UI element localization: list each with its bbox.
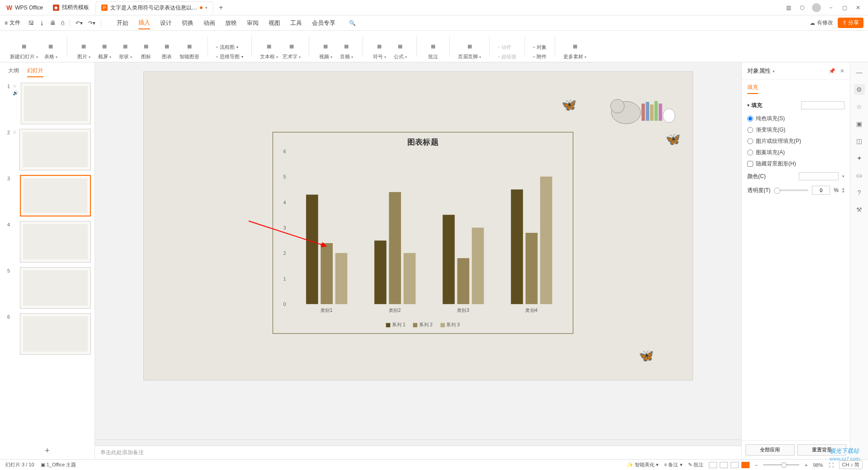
- layers-icon[interactable]: ▣: [854, 118, 865, 129]
- share-button[interactable]: ⇪ 分享: [838, 18, 863, 28]
- theme-indicator[interactable]: ▣ 1_Office 主题: [41, 461, 76, 468]
- ribbon-公式[interactable]: ▦公式 ▾: [392, 42, 408, 60]
- ribbon-更多素材[interactable]: ▦更多素材 ▾: [563, 42, 586, 60]
- media-icon[interactable]: ▭: [854, 170, 865, 181]
- slide-thumb-1[interactable]: [21, 83, 91, 124]
- tools-icon[interactable]: ⚒: [854, 204, 865, 215]
- ribbon-图标[interactable]: ▦图标: [138, 42, 154, 60]
- tab-document[interactable]: P 文字是人类用符号记录表达信息以… ▾: [95, 1, 213, 14]
- ribbon-音频[interactable]: ▦音频 ▾: [338, 42, 354, 60]
- view-sorter[interactable]: [720, 462, 728, 468]
- beautify-button[interactable]: ✨ 智能美化 ▾: [627, 461, 659, 468]
- slide-canvas[interactable]: 🦋 🦋 🦋 图表标题: [143, 71, 693, 381]
- fill-option-3[interactable]: 图案填充(A): [747, 147, 844, 158]
- menu-工具[interactable]: 工具: [290, 17, 302, 29]
- save-icon[interactable]: 🖫: [28, 20, 34, 26]
- minimize-button[interactable]: −: [827, 4, 835, 11]
- preview-icon[interactable]: ⎙: [61, 20, 64, 26]
- fill-preset-dropdown[interactable]: [801, 101, 844, 109]
- fit-icon[interactable]: ⛶: [829, 462, 834, 468]
- fill-option-0[interactable]: 纯色填充(S): [747, 113, 844, 124]
- template-icon[interactable]: ◫: [854, 136, 865, 146]
- modify-status[interactable]: ☁ 有修改: [810, 19, 833, 27]
- menu-插入[interactable]: 插入: [138, 17, 150, 29]
- ribbon-表格[interactable]: ▦表格 ▾: [42, 42, 59, 60]
- add-slide-button[interactable]: +: [0, 442, 94, 459]
- slide-thumb-4[interactable]: [20, 221, 91, 263]
- search-icon[interactable]: 🔍: [349, 20, 356, 26]
- menu-设计[interactable]: 设计: [160, 17, 172, 29]
- ribbon-图片[interactable]: ▦图片 ▾: [75, 42, 92, 60]
- menu-审阅[interactable]: 审阅: [247, 17, 259, 29]
- notes-area[interactable]: 单击此处添加备注: [95, 446, 741, 459]
- close-icon[interactable]: ✕: [840, 68, 844, 74]
- redo-icon[interactable]: ↷▾: [88, 20, 95, 26]
- cube-icon[interactable]: ⬡: [798, 4, 806, 11]
- ribbon-图表[interactable]: ▦图表: [159, 42, 175, 60]
- file-menu[interactable]: ≡ 文件: [5, 19, 20, 27]
- transparency-slider[interactable]: [774, 189, 808, 191]
- collapse-icon[interactable]: —: [854, 67, 865, 78]
- ribbon-对象[interactable]: ▫对象: [533, 44, 547, 51]
- pin-icon[interactable]: 📌: [829, 68, 835, 74]
- menu-切换[interactable]: 切换: [182, 17, 193, 29]
- canvas-scroll[interactable]: 🦋 🦋 🦋 图表标题: [95, 62, 741, 439]
- tab-templates[interactable]: ◆ 找稻壳模板: [47, 1, 94, 14]
- fill-option-4[interactable]: 隐藏背景图形(H): [747, 158, 844, 169]
- zoom-out[interactable]: −: [755, 462, 758, 468]
- effects-icon[interactable]: ✦: [854, 153, 865, 164]
- star-icon[interactable]: ☆: [854, 101, 865, 112]
- tab-outline[interactable]: 大纲: [8, 67, 19, 77]
- notes-toggle[interactable]: ≡ 备注 ▾: [664, 461, 683, 468]
- chevron-down-icon[interactable]: ▾: [205, 5, 208, 10]
- help-icon[interactable]: ?: [854, 187, 865, 198]
- menu-开始[interactable]: 开始: [117, 17, 128, 29]
- apply-all-button[interactable]: 全部应用: [745, 444, 795, 456]
- transparency-input[interactable]: [812, 186, 830, 195]
- undo-icon[interactable]: ↶▾: [75, 20, 83, 26]
- section-title[interactable]: ▾ 填充: [747, 101, 844, 109]
- ribbon-新建幻灯片[interactable]: ▦新建幻灯片 ▾: [10, 42, 38, 60]
- ribbon-流程图[interactable]: ▫流程图▾: [216, 44, 243, 51]
- chart-object[interactable]: 图表标题 0123456类别1类别2类别3类别4 系列 1系列 2系列 3: [273, 132, 573, 334]
- tab-fill[interactable]: 填充: [747, 84, 758, 94]
- ribbon-页眉页脚[interactable]: ▦页眉页脚 ▾: [458, 42, 481, 60]
- menu-动画[interactable]: 动画: [203, 17, 215, 29]
- ribbon-智能图形[interactable]: ▦智能图形: [179, 42, 199, 60]
- menu-视图[interactable]: 视图: [269, 17, 280, 29]
- ribbon-形状[interactable]: ▦形状 ▾: [117, 42, 133, 60]
- spinner-down[interactable]: ▾: [842, 190, 844, 193]
- print-icon[interactable]: 🖶: [50, 20, 56, 26]
- color-picker[interactable]: [799, 172, 839, 180]
- slide-thumb-3[interactable]: [20, 175, 91, 216]
- add-tab-button[interactable]: +: [214, 4, 227, 12]
- slide-thumb-6[interactable]: [20, 313, 91, 355]
- menu-会员专享[interactable]: 会员专享: [312, 17, 335, 29]
- view-reading[interactable]: [731, 462, 739, 468]
- horizontal-scrollbar[interactable]: [95, 439, 741, 446]
- ribbon-截屏[interactable]: ▦截屏 ▾: [96, 42, 113, 60]
- ribbon-批注[interactable]: ▦批注: [425, 42, 441, 60]
- fill-option-1[interactable]: 渐变填充(G): [747, 124, 844, 136]
- settings-icon[interactable]: ⚙: [854, 84, 865, 95]
- close-button[interactable]: ✕: [854, 4, 862, 11]
- apps-icon[interactable]: ▥: [785, 4, 792, 11]
- view-normal[interactable]: [709, 462, 717, 468]
- ribbon-视频[interactable]: ▦视频 ▾: [317, 42, 334, 60]
- slide-thumb-5[interactable]: [20, 267, 91, 309]
- ribbon-文本框[interactable]: ▦文本框 ▾: [260, 42, 278, 60]
- export-icon[interactable]: ⭳: [39, 20, 45, 26]
- ribbon-符号[interactable]: ▦符号 ▾: [371, 42, 387, 60]
- slide-thumb-2[interactable]: [19, 129, 91, 170]
- restore-button[interactable]: ▢: [841, 4, 848, 11]
- menu-放映[interactable]: 放映: [225, 17, 237, 29]
- tab-thumbnails[interactable]: 幻灯片: [27, 67, 43, 77]
- zoom-slider[interactable]: [763, 464, 799, 465]
- view-slideshow[interactable]: [741, 462, 750, 468]
- annotate-toggle[interactable]: ✎ 批注: [688, 461, 703, 468]
- fill-option-2[interactable]: 图片或纹理填充(P): [747, 136, 844, 147]
- ribbon-艺术字[interactable]: ▦艺术字 ▾: [283, 42, 301, 60]
- ribbon-思维导图[interactable]: ▫思维导图▾: [216, 53, 243, 60]
- zoom-level[interactable]: 98%: [813, 462, 823, 468]
- zoom-in[interactable]: +: [805, 462, 807, 468]
